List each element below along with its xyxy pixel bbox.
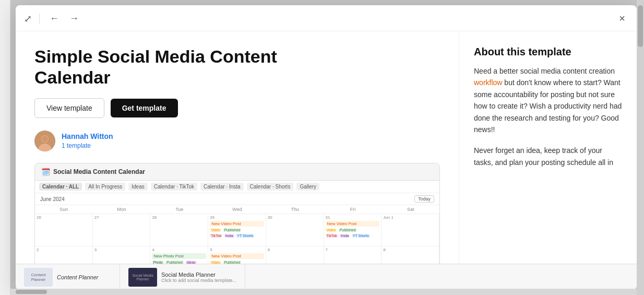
thumbnail-preview-dark: Social MediaPlanner bbox=[128, 268, 157, 287]
about-paragraph-1: Need a better social media content creat… bbox=[474, 65, 622, 135]
cal-header-sun: Sun bbox=[35, 205, 93, 214]
avatar-image bbox=[34, 131, 55, 151]
table-row: 28 bbox=[150, 214, 208, 246]
table-row: 29 New Video Post Video Published TikTok… bbox=[208, 214, 266, 246]
preview-title: Social Media Content Calendar bbox=[53, 168, 145, 175]
nav-pill-tiktok[interactable]: Calendar · TikTok bbox=[151, 183, 197, 191]
action-row: View template Get template bbox=[34, 98, 440, 118]
nav-pill-insta[interactable]: Calendar · Insta bbox=[200, 183, 244, 191]
about-heading: About this template bbox=[474, 46, 622, 58]
thumbnail-social-media-planner[interactable]: Social MediaPlanner Social Media Planner… bbox=[120, 264, 245, 290]
cal-header-wed: Wed bbox=[208, 205, 266, 214]
calendar-month-label: June 2024 bbox=[40, 196, 65, 202]
vertical-scrollbar[interactable] bbox=[637, 0, 644, 295]
table-row: 27 bbox=[93, 214, 151, 246]
expand-icon[interactable]: ⤢ bbox=[24, 13, 32, 25]
list-item: New Photo Post bbox=[152, 253, 206, 259]
table-row: 30 bbox=[266, 214, 324, 246]
list-item: Video bbox=[210, 228, 221, 232]
view-template-button[interactable]: View template bbox=[34, 98, 104, 118]
scrollbar-thumb[interactable] bbox=[638, 5, 643, 47]
list-item: New Video Post bbox=[326, 221, 380, 227]
template-title: Simple Social Media Content Calendar bbox=[34, 46, 306, 88]
next-button[interactable]: → bbox=[67, 12, 81, 25]
cal-header-sat: Sat bbox=[381, 205, 439, 214]
get-template-button[interactable]: Get template bbox=[111, 99, 178, 117]
calendar-month-row: June 2024 Today bbox=[35, 193, 439, 205]
prev-button[interactable]: ← bbox=[47, 12, 62, 25]
table-row: 26 bbox=[35, 214, 93, 246]
cal-header-thu: Thu bbox=[266, 205, 324, 214]
content-right-pane: About this template Need a better social… bbox=[459, 31, 637, 290]
author-row: Hannah Witton 1 template bbox=[34, 131, 440, 151]
list-item: TikTok bbox=[326, 234, 338, 238]
horizontal-scrollbar[interactable] bbox=[10, 289, 637, 295]
thumbnail-preview-light: ContentPlanner bbox=[24, 268, 53, 287]
list-item: YT Shorts bbox=[352, 234, 370, 238]
list-item: Published bbox=[339, 228, 357, 232]
list-item: New Video Post bbox=[210, 253, 264, 259]
preview-header: 🗓️ Social Media Content Calendar bbox=[35, 163, 439, 181]
template-modal: ⤢ ← → × Simple Social Media Content Cale… bbox=[16, 5, 637, 290]
nav-pill-ideas[interactable]: Ideas bbox=[128, 183, 147, 191]
table-row: Jun 1 bbox=[381, 214, 439, 246]
list-item: Published bbox=[223, 228, 241, 232]
nav-pill-calendar-all[interactable]: Calendar · ALL bbox=[39, 183, 82, 191]
avatar bbox=[34, 131, 55, 151]
list-item: TikTok bbox=[210, 234, 222, 238]
highlight-workflow: workflow bbox=[474, 78, 502, 87]
topbar-divider bbox=[39, 14, 40, 24]
cal-header-mon: Mon bbox=[93, 205, 151, 214]
thumbnail-label-1: Content Planner bbox=[57, 274, 99, 280]
list-item: New Video Post bbox=[210, 221, 264, 227]
modal-body: Simple Social Media Content Calendar Vie… bbox=[16, 31, 637, 290]
svg-point-3 bbox=[42, 136, 48, 142]
list-item: Video bbox=[326, 228, 337, 232]
calendar-emoji-icon: 🗓️ bbox=[41, 168, 50, 176]
nav-pill-gallery[interactable]: Gallery bbox=[296, 183, 319, 191]
list-item: Insta bbox=[340, 234, 350, 238]
table-row: 31 New Video Post Video Published TikTok… bbox=[324, 214, 382, 246]
content-left-pane: Simple Social Media Content Calendar Vie… bbox=[16, 31, 459, 290]
about-paragraph-2: Never forget an idea, keep track of your… bbox=[474, 145, 622, 168]
list-item: Insta bbox=[224, 234, 234, 238]
modal-topbar: ⤢ ← → × bbox=[16, 5, 637, 31]
bottom-thumbnails-bar: ContentPlanner Content Planner Social Me… bbox=[16, 264, 637, 290]
nav-pill-shorts[interactable]: Calendar · Shorts bbox=[247, 183, 294, 191]
cal-header-fri: Fri bbox=[324, 205, 382, 214]
author-name[interactable]: Hannah Witton bbox=[62, 132, 113, 140]
close-button[interactable]: × bbox=[616, 11, 628, 26]
author-meta: 1 template bbox=[62, 142, 91, 149]
preview-nav-bar: Calendar · ALL All In Progress Ideas Cal… bbox=[35, 181, 439, 193]
modal-container: ⤢ ← → × Simple Social Media Content Cale… bbox=[10, 0, 644, 295]
nav-pill-in-progress[interactable]: All In Progress bbox=[85, 183, 125, 191]
scrollbar-bottom-thumb[interactable] bbox=[16, 290, 47, 294]
list-item: YT Shorts bbox=[236, 234, 254, 238]
thumbnail-label-2: Social Media Planner Click to add social… bbox=[161, 272, 236, 283]
cal-header-tue: Tue bbox=[150, 205, 208, 214]
author-info: Hannah Witton 1 template bbox=[62, 132, 113, 150]
today-button[interactable]: Today bbox=[414, 195, 434, 203]
thumbnail-content-planner[interactable]: ContentPlanner Content Planner bbox=[16, 264, 120, 290]
left-sidebar-strip bbox=[0, 0, 10, 295]
